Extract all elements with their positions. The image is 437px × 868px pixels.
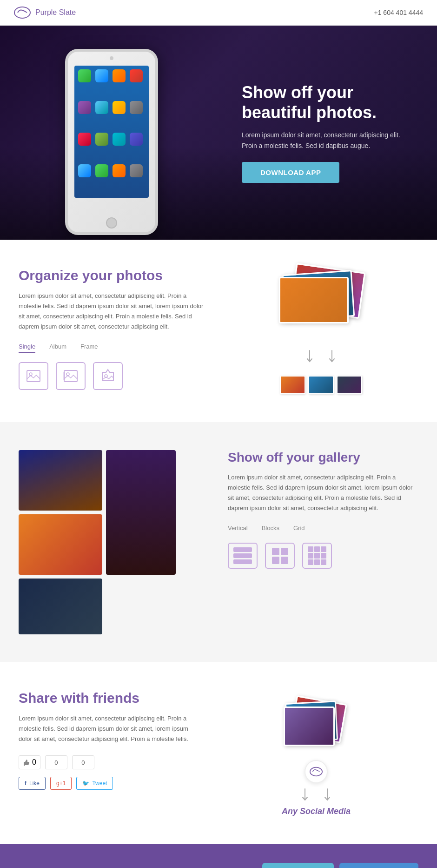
block-cell	[272, 548, 279, 555]
organize-text: Organize your photos Lorem ipsum dolor s…	[19, 268, 205, 390]
thumb-3	[337, 376, 362, 394]
svg-rect-5	[63, 372, 65, 380]
app-icon	[130, 69, 143, 82]
grid-cell	[308, 553, 313, 558]
block-cell	[272, 557, 279, 564]
grid-layout-icon	[308, 546, 326, 565]
organize-tabs: Single Album Frame	[19, 343, 205, 353]
app-icon	[95, 101, 108, 114]
vertical-bar	[233, 547, 252, 552]
social-counts: 0 0 0	[19, 755, 195, 769]
grid-cell	[308, 559, 313, 565]
tweet-count: 0	[81, 759, 85, 766]
app-icon	[113, 133, 126, 146]
like-count-box: 0	[19, 755, 40, 769]
gallery-photos	[19, 450, 209, 634]
gallery-grid	[19, 450, 209, 575]
share-stack-container	[284, 700, 349, 774]
app-icon	[113, 164, 126, 177]
tab-album[interactable]: Album	[49, 343, 66, 353]
googleplay-button[interactable]: ANDROID APP ON Google play	[339, 863, 418, 868]
facebook-like-button[interactable]: f Like	[19, 777, 46, 790]
svg-rect-1	[27, 370, 40, 382]
organize-section: Organize your photos Lorem ipsum dolor s…	[0, 240, 437, 422]
share-logo-circle	[305, 760, 328, 783]
app-icon	[130, 164, 143, 177]
gallery-photo-3	[19, 514, 102, 575]
twitter-tweet-button[interactable]: 🐦 Tweet	[76, 777, 113, 790]
album-icon-box	[56, 362, 86, 390]
organize-visual	[223, 268, 418, 394]
header: Purple Slate +1 604 401 4444	[0, 0, 437, 26]
phone-screen	[74, 66, 149, 198]
grid-cell	[321, 559, 326, 565]
arrow-down-1	[305, 350, 314, 363]
tab-frame[interactable]: Frame	[80, 343, 98, 353]
thumbs-up-icon	[23, 759, 30, 766]
organize-title: Organize your photos	[19, 268, 205, 283]
app-icon	[78, 69, 91, 82]
svg-rect-3	[64, 370, 77, 382]
tab-single[interactable]: Single	[19, 343, 35, 353]
share-arrows	[301, 788, 331, 802]
hero-content: Show off your beautiful photos. Lorem ip…	[242, 82, 409, 183]
single-icon-box	[19, 362, 48, 390]
organize-view-icons	[19, 362, 205, 390]
gallery-tabs: Vertical Blocks Grid	[228, 525, 418, 533]
share-title: Share with friends	[19, 690, 195, 706]
app-icon	[130, 101, 143, 114]
hero-description: Lorem ipsum dolor sit amet, consectetur …	[242, 130, 409, 151]
app-icon	[78, 164, 91, 177]
app-icon	[95, 69, 108, 82]
tab-blocks[interactable]: Blocks	[262, 525, 279, 533]
album-view-icon	[62, 368, 79, 384]
social-buttons: f Like g+1 🐦 Tweet	[19, 777, 195, 790]
phone-number: +1 604 401 4444	[374, 9, 424, 16]
grid-cell	[321, 546, 326, 552]
share-arrow-1	[301, 788, 309, 802]
like-label: Like	[29, 780, 40, 787]
blocks-layout-icon	[272, 548, 288, 564]
download-app-button[interactable]: Download App	[242, 162, 339, 183]
any-social-text: Any Social Media	[282, 807, 351, 816]
thumb-2	[308, 376, 334, 394]
google-plus-icon: g+1	[56, 780, 66, 787]
gallery-photo-2	[106, 450, 176, 575]
layout-icons	[228, 543, 418, 569]
vertical-bar	[233, 553, 252, 558]
frame-icon-box	[93, 362, 123, 390]
share-section: Share with friends Lorem ipsum dolor sit…	[0, 662, 437, 844]
frame-view-icon	[99, 368, 116, 384]
grid-cell	[314, 546, 320, 552]
app-icon	[113, 69, 126, 82]
logo-icon	[14, 7, 31, 19]
google-plus-button[interactable]: g+1	[50, 777, 72, 790]
share-logo-icon	[310, 767, 323, 777]
app-icon	[95, 164, 108, 177]
arrows-down	[305, 350, 336, 363]
gallery-description: Lorem ipsum dolor sit amet, consectetur …	[228, 472, 418, 513]
share-photo-stack	[284, 700, 344, 755]
svg-point-0	[14, 7, 30, 18]
vertical-layout-icon	[233, 547, 252, 564]
share-description: Lorem ipsum dolor sit amet, consectetur …	[19, 713, 195, 744]
logo: Purple Slate	[14, 7, 76, 19]
svg-point-7	[310, 767, 322, 776]
share-visual: Any Social Media	[214, 690, 418, 816]
gallery-section: Show off your gallery Lorem ipsum dolor …	[0, 422, 437, 662]
logo-text: Purple Slate	[35, 8, 76, 17]
appstore-button[interactable]: Available on the App Store	[262, 863, 334, 868]
hero-title: Show off your beautiful photos.	[242, 82, 409, 122]
app-icon	[113, 101, 126, 114]
facebook-icon: f	[25, 780, 26, 787]
grid-cell	[314, 559, 320, 565]
tab-grid[interactable]: Grid	[293, 525, 305, 533]
arrow-down-2	[328, 350, 336, 363]
hero-section: Show off your beautiful photos. Lorem ip…	[0, 26, 437, 240]
like-count: 0	[32, 758, 36, 767]
tweet-label: Tweet	[92, 780, 107, 787]
share-count: 0	[54, 759, 58, 766]
blocks-layout-icon-box	[265, 543, 295, 569]
tab-vertical[interactable]: Vertical	[228, 525, 248, 533]
thumb-1	[280, 376, 305, 394]
